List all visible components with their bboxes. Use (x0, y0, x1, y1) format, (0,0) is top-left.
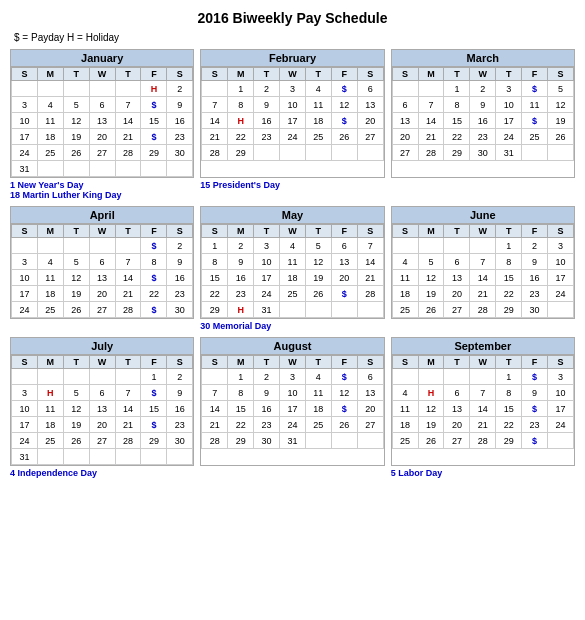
calendar-day (392, 81, 418, 97)
calendar-day: 1 (228, 81, 254, 97)
calendar-day: 24 (254, 286, 280, 302)
calendar-day (141, 449, 167, 465)
calendar-day: 2 (254, 81, 280, 97)
calendar-day (331, 302, 357, 318)
day-header: S (392, 68, 418, 81)
calendar-day: 24 (548, 417, 574, 433)
calendar-day (12, 238, 38, 254)
calendar-day: 14 (115, 270, 141, 286)
day-header: F (331, 356, 357, 369)
calendar-day (418, 238, 444, 254)
day-header: W (470, 68, 496, 81)
calendar-day: 15 (496, 270, 522, 286)
calendar-day: 3 (280, 369, 306, 385)
calendar-day: 10 (496, 97, 522, 113)
calendar-day: 20 (89, 417, 115, 433)
calendar-day (37, 449, 63, 465)
calendar-day: 17 (12, 417, 38, 433)
calendar-day (305, 145, 331, 161)
calendar-august: AugustSMTWTFS1234$6789101112131415161718… (200, 337, 384, 466)
may-notes: 30 Memorial Day (200, 321, 384, 331)
calendar-day: 23 (228, 286, 254, 302)
calendar-day (12, 369, 38, 385)
calendar-day (522, 145, 548, 161)
day-header: S (202, 225, 228, 238)
calendar-day: 24 (280, 129, 306, 145)
calendar-day (254, 145, 280, 161)
day-header: S (392, 356, 418, 369)
calendar-day: 28 (115, 433, 141, 449)
calendar-day: 21 (202, 129, 228, 145)
calendar-day: 13 (89, 401, 115, 417)
calendar-day: 30 (167, 433, 193, 449)
calendar-day: 27 (444, 302, 470, 318)
calendar-day: 16 (167, 113, 193, 129)
day-header: T (115, 356, 141, 369)
calendar-day (548, 433, 574, 449)
calendar-day: 14 (357, 254, 383, 270)
calendar-day: 18 (392, 286, 418, 302)
calendar-day: 4 (392, 254, 418, 270)
calendar-day: 30 (167, 302, 193, 318)
calendar-day: H (418, 385, 444, 401)
calendar-day: $ (331, 369, 357, 385)
calendar-day: 31 (280, 433, 306, 449)
calendar-day: 16 (470, 113, 496, 129)
calendar-day: 3 (496, 81, 522, 97)
calendar-day: 21 (418, 129, 444, 145)
calendar-day: 12 (418, 401, 444, 417)
calendar-day (548, 145, 574, 161)
calendar-day: 12 (548, 97, 574, 113)
calendar-day: 30 (470, 145, 496, 161)
day-header: S (357, 68, 383, 81)
calendar-day: 9 (522, 385, 548, 401)
calendar-day (63, 161, 89, 177)
calendar-day (357, 302, 383, 318)
day-header: M (228, 225, 254, 238)
calendar-day: 1 (496, 238, 522, 254)
calendar-day: $ (141, 129, 167, 145)
day-header: T (496, 225, 522, 238)
day-header: F (522, 356, 548, 369)
calendar-day: 24 (496, 129, 522, 145)
calendar-day: 5 (548, 81, 574, 97)
day-header: W (89, 225, 115, 238)
calendar-day: 19 (418, 286, 444, 302)
calendar-day (89, 369, 115, 385)
calendar-day: 20 (444, 417, 470, 433)
calendar-day: 17 (548, 270, 574, 286)
calendar-day: 12 (305, 254, 331, 270)
calendar-day: $ (331, 113, 357, 129)
calendar-day: 17 (548, 401, 574, 417)
calendar-day (115, 161, 141, 177)
calendar-day: $ (331, 401, 357, 417)
day-header: S (357, 225, 383, 238)
calendar-day: 9 (522, 254, 548, 270)
calendar-day (470, 369, 496, 385)
calendar-day: 9 (167, 254, 193, 270)
calendar-day: 12 (331, 97, 357, 113)
day-header: S (202, 68, 228, 81)
calendar-day: 25 (522, 129, 548, 145)
calendar-day: 25 (305, 417, 331, 433)
calendar-day: 13 (89, 270, 115, 286)
calendar-day: 8 (496, 254, 522, 270)
day-header: M (37, 356, 63, 369)
calendar-day: 8 (202, 254, 228, 270)
calendar-day: 20 (89, 129, 115, 145)
calendar-day (167, 161, 193, 177)
day-header: T (496, 68, 522, 81)
calendar-february: FebruarySMTWTFS1234$67891011121314H16171… (200, 49, 384, 178)
day-header: M (418, 356, 444, 369)
calendar-day: 6 (89, 97, 115, 113)
calendar-day: 1 (496, 369, 522, 385)
calendar-day: 23 (522, 286, 548, 302)
calendar-day (392, 369, 418, 385)
calendar-day: 30 (522, 302, 548, 318)
calendar-day (63, 81, 89, 97)
calendar-day: 20 (392, 129, 418, 145)
day-header: T (305, 68, 331, 81)
day-header: M (37, 68, 63, 81)
calendar-day: 20 (357, 401, 383, 417)
april-notes (10, 321, 194, 331)
